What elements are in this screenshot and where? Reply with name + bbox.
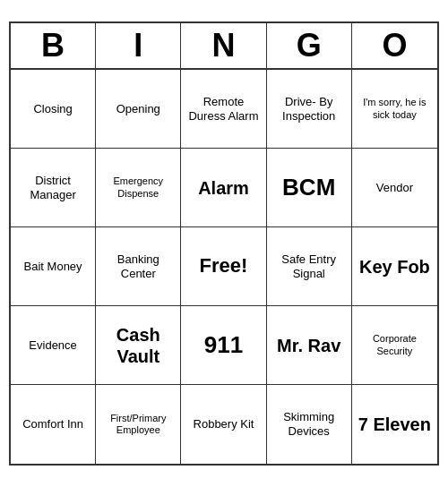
bingo-cell: BCM	[267, 149, 352, 227]
cell-text: Drive- By Inspection	[271, 95, 348, 123]
bingo-cell: Banking Center	[96, 227, 181, 306]
header-letter: N	[181, 23, 266, 68]
bingo-card: BINGO ClosingOpeningRemote Duress AlarmD…	[9, 21, 439, 466]
cell-text: Emergency Dispense	[99, 175, 177, 199]
cell-text: I'm sorry, he is sick today	[356, 97, 434, 120]
bingo-cell: Bait Money	[11, 227, 96, 306]
bingo-cell: Free!	[181, 227, 266, 306]
cell-text: Key Fob	[359, 256, 430, 278]
cell-text: Robbery Kit	[194, 417, 254, 431]
bingo-cell: I'm sorry, he is sick today	[352, 70, 437, 149]
cell-text: Remote Duress Alarm	[185, 95, 262, 123]
bingo-cell: Robbery Kit	[181, 385, 266, 464]
header-letter: O	[352, 23, 437, 68]
bingo-cell: Skimming Devices	[267, 385, 352, 464]
bingo-cell: Comfort Inn	[11, 385, 96, 464]
header-letter: I	[96, 23, 181, 68]
cell-text: First/Primary Employee	[99, 413, 177, 436]
cell-text: BCM	[282, 174, 335, 201]
bingo-cell: Corporate Security	[352, 306, 437, 385]
bingo-cell: Alarm	[181, 149, 266, 227]
cell-text: Banking Center	[99, 252, 177, 280]
bingo-cell: Vendor	[352, 149, 437, 227]
bingo-cell: Safe Entry Signal	[267, 227, 352, 306]
bingo-grid: ClosingOpeningRemote Duress AlarmDrive- …	[11, 70, 437, 464]
bingo-cell: 911	[181, 306, 266, 385]
bingo-cell: Opening	[96, 70, 181, 149]
cell-text: Comfort Inn	[22, 417, 83, 431]
cell-text: 7 Eleven	[358, 414, 431, 435]
bingo-cell: Emergency Dispense	[96, 149, 181, 227]
bingo-cell: Drive- By Inspection	[267, 70, 352, 149]
cell-text: Evidence	[29, 338, 76, 353]
cell-text: Bait Money	[24, 260, 82, 274]
bingo-header: BINGO	[11, 23, 437, 70]
cell-text: Corporate Security	[356, 333, 434, 356]
cell-text: Skimming Devices	[271, 410, 348, 438]
cell-text: Vendor	[376, 181, 413, 195]
bingo-cell: First/Primary Employee	[96, 385, 181, 464]
bingo-cell: 7 Eleven	[352, 385, 437, 464]
bingo-cell: Closing	[11, 70, 96, 149]
cell-text: Alarm	[198, 177, 249, 199]
cell-text: Mr. Rav	[277, 335, 340, 356]
header-letter: G	[267, 23, 352, 68]
bingo-cell: District Manager	[11, 149, 96, 227]
bingo-cell: Mr. Rav	[267, 306, 352, 385]
cell-text: 911	[204, 331, 243, 359]
cell-text: District Manager	[14, 174, 91, 201]
bingo-cell: Cash Vault	[96, 306, 181, 385]
header-letter: B	[11, 23, 96, 68]
cell-text: Cash Vault	[99, 324, 177, 367]
cell-text: Opening	[116, 102, 160, 116]
cell-text: Free!	[200, 254, 248, 278]
bingo-cell: Evidence	[11, 306, 96, 385]
bingo-cell: Remote Duress Alarm	[181, 70, 266, 149]
bingo-cell: Key Fob	[352, 227, 437, 306]
cell-text: Safe Entry Signal	[271, 252, 348, 280]
cell-text: Closing	[33, 102, 72, 116]
